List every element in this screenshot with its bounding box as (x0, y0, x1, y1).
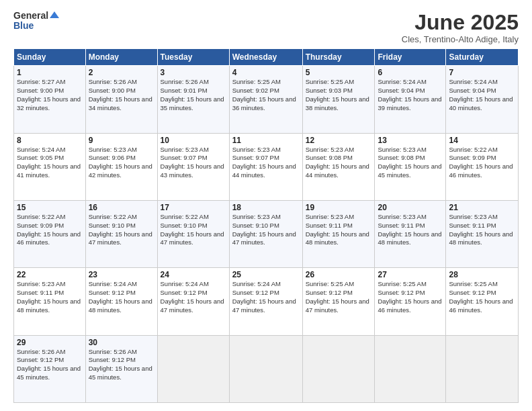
table-row: 15 Sunrise: 5:22 AMSunset: 9:09 PMDaylig… (14, 200, 86, 267)
day-number: 6 (378, 68, 443, 77)
day-number: 18 (232, 203, 300, 212)
logo: General Blue (13, 11, 59, 32)
logo-general: General (13, 11, 59, 21)
day-number: 27 (378, 270, 443, 279)
table-row: 9 Sunrise: 5:23 AMSunset: 9:06 PMDayligh… (85, 133, 157, 200)
col-sunday: Sunday (14, 49, 86, 66)
table-row (229, 335, 302, 402)
table-row: 4 Sunrise: 5:25 AMSunset: 9:02 PMDayligh… (229, 66, 302, 133)
week-row: 8 Sunrise: 5:24 AMSunset: 9:05 PMDayligh… (14, 133, 519, 200)
table-row: 30 Sunrise: 5:26 AMSunset: 9:12 PMDaylig… (85, 335, 157, 402)
day-number: 17 (161, 203, 226, 212)
day-detail: Sunrise: 5:25 AMSunset: 9:12 PMDaylight:… (378, 280, 441, 313)
calendar-table: Sunday Monday Tuesday Wednesday Thursday… (13, 48, 519, 403)
week-row: 15 Sunrise: 5:22 AMSunset: 9:09 PMDaylig… (14, 200, 519, 267)
table-row: 23 Sunrise: 5:24 AMSunset: 9:12 PMDaylig… (85, 268, 157, 335)
table-row: 19 Sunrise: 5:23 AMSunset: 9:11 PMDaylig… (302, 200, 375, 267)
day-detail: Sunrise: 5:23 AMSunset: 9:07 PMDaylight:… (232, 146, 296, 179)
table-row: 21 Sunrise: 5:23 AMSunset: 9:11 PMDaylig… (446, 200, 519, 267)
day-detail: Sunrise: 5:25 AMSunset: 9:03 PMDaylight:… (306, 78, 369, 111)
day-detail: Sunrise: 5:25 AMSunset: 9:12 PMDaylight:… (449, 280, 513, 313)
day-detail: Sunrise: 5:24 AMSunset: 9:12 PMDaylight:… (161, 280, 224, 313)
day-number: 10 (161, 136, 226, 145)
col-friday: Friday (375, 49, 446, 66)
day-detail: Sunrise: 5:23 AMSunset: 9:11 PMDaylight:… (17, 280, 81, 313)
table-row: 22 Sunrise: 5:23 AMSunset: 9:11 PMDaylig… (14, 268, 86, 335)
table-row: 26 Sunrise: 5:25 AMSunset: 9:12 PMDaylig… (302, 268, 375, 335)
table-row: 18 Sunrise: 5:23 AMSunset: 9:10 PMDaylig… (229, 200, 302, 267)
day-number: 9 (89, 136, 154, 145)
table-row: 17 Sunrise: 5:22 AMSunset: 9:10 PMDaylig… (157, 200, 229, 267)
col-wednesday: Wednesday (229, 49, 302, 66)
day-number: 3 (161, 68, 226, 77)
day-number: 5 (306, 68, 372, 77)
day-detail: Sunrise: 5:25 AMSunset: 9:12 PMDaylight:… (306, 280, 369, 313)
day-detail: Sunrise: 5:23 AMSunset: 9:10 PMDaylight:… (232, 213, 296, 246)
day-detail: Sunrise: 5:23 AMSunset: 9:11 PMDaylight:… (378, 213, 441, 246)
main-title: June 2025 (402, 11, 519, 34)
day-detail: Sunrise: 5:22 AMSunset: 9:10 PMDaylight:… (161, 213, 224, 246)
table-row: 24 Sunrise: 5:24 AMSunset: 9:12 PMDaylig… (157, 268, 229, 335)
day-detail: Sunrise: 5:24 AMSunset: 9:05 PMDaylight:… (17, 146, 81, 179)
day-detail: Sunrise: 5:22 AMSunset: 9:09 PMDaylight:… (449, 146, 513, 179)
day-detail: Sunrise: 5:24 AMSunset: 9:12 PMDaylight:… (89, 280, 152, 313)
logo-blue: Blue (13, 21, 59, 31)
table-row: 12 Sunrise: 5:23 AMSunset: 9:08 PMDaylig… (302, 133, 375, 200)
day-number: 16 (89, 203, 154, 212)
col-saturday: Saturday (446, 49, 519, 66)
day-number: 29 (17, 338, 83, 347)
day-number: 20 (378, 203, 443, 212)
table-row: 27 Sunrise: 5:25 AMSunset: 9:12 PMDaylig… (375, 268, 446, 335)
table-row: 13 Sunrise: 5:23 AMSunset: 9:08 PMDaylig… (375, 133, 446, 200)
day-number: 8 (17, 136, 83, 145)
day-detail: Sunrise: 5:27 AMSunset: 9:00 PMDaylight:… (17, 78, 81, 111)
table-row: 29 Sunrise: 5:26 AMSunset: 9:12 PMDaylig… (14, 335, 86, 402)
day-detail: Sunrise: 5:23 AMSunset: 9:07 PMDaylight:… (161, 146, 224, 179)
day-number: 7 (449, 68, 515, 77)
table-row: 1 Sunrise: 5:27 AMSunset: 9:00 PMDayligh… (14, 66, 86, 133)
title-block: June 2025 Cles, Trentino-Alto Adige, Ita… (402, 11, 519, 44)
day-number: 15 (17, 203, 83, 212)
col-thursday: Thursday (302, 49, 375, 66)
table-row: 5 Sunrise: 5:25 AMSunset: 9:03 PMDayligh… (302, 66, 375, 133)
day-number: 12 (306, 136, 372, 145)
day-detail: Sunrise: 5:22 AMSunset: 9:09 PMDaylight:… (17, 213, 81, 246)
day-number: 23 (89, 270, 154, 279)
col-tuesday: Tuesday (157, 49, 229, 66)
table-row: 25 Sunrise: 5:24 AMSunset: 9:12 PMDaylig… (229, 268, 302, 335)
day-number: 26 (306, 270, 372, 279)
day-number: 4 (232, 68, 300, 77)
day-detail: Sunrise: 5:23 AMSunset: 9:11 PMDaylight:… (449, 213, 513, 246)
day-detail: Sunrise: 5:23 AMSunset: 9:11 PMDaylight:… (306, 213, 369, 246)
table-row (375, 335, 446, 402)
header: General Blue June 2025 Cles, Trentino-Al… (13, 11, 519, 44)
day-number: 14 (449, 136, 515, 145)
page: General Blue June 2025 Cles, Trentino-Al… (0, 0, 532, 411)
day-number: 24 (161, 270, 226, 279)
day-detail: Sunrise: 5:26 AMSunset: 9:00 PMDaylight:… (89, 78, 152, 111)
day-detail: Sunrise: 5:25 AMSunset: 9:02 PMDaylight:… (232, 78, 296, 111)
day-detail: Sunrise: 5:22 AMSunset: 9:10 PMDaylight:… (89, 213, 152, 246)
table-row (446, 335, 519, 402)
table-row: 8 Sunrise: 5:24 AMSunset: 9:05 PMDayligh… (14, 133, 86, 200)
day-number: 28 (449, 270, 515, 279)
day-detail: Sunrise: 5:24 AMSunset: 9:12 PMDaylight:… (232, 280, 296, 313)
table-row: 10 Sunrise: 5:23 AMSunset: 9:07 PMDaylig… (157, 133, 229, 200)
day-detail: Sunrise: 5:26 AMSunset: 9:01 PMDaylight:… (161, 78, 224, 111)
table-row: 16 Sunrise: 5:22 AMSunset: 9:10 PMDaylig… (85, 200, 157, 267)
table-row: 20 Sunrise: 5:23 AMSunset: 9:11 PMDaylig… (375, 200, 446, 267)
table-row: 11 Sunrise: 5:23 AMSunset: 9:07 PMDaylig… (229, 133, 302, 200)
table-row: 7 Sunrise: 5:24 AMSunset: 9:04 PMDayligh… (446, 66, 519, 133)
day-number: 30 (89, 338, 154, 347)
subtitle: Cles, Trentino-Alto Adige, Italy (402, 34, 519, 44)
table-row: 6 Sunrise: 5:24 AMSunset: 9:04 PMDayligh… (375, 66, 446, 133)
day-number: 22 (17, 270, 83, 279)
day-detail: Sunrise: 5:23 AMSunset: 9:08 PMDaylight:… (378, 146, 441, 179)
day-number: 19 (306, 203, 372, 212)
week-row: 22 Sunrise: 5:23 AMSunset: 9:11 PMDaylig… (14, 268, 519, 335)
table-row: 2 Sunrise: 5:26 AMSunset: 9:00 PMDayligh… (85, 66, 157, 133)
day-number: 2 (89, 68, 154, 77)
table-row (302, 335, 375, 402)
day-detail: Sunrise: 5:24 AMSunset: 9:04 PMDaylight:… (449, 78, 513, 111)
day-detail: Sunrise: 5:26 AMSunset: 9:12 PMDaylight:… (17, 348, 81, 381)
